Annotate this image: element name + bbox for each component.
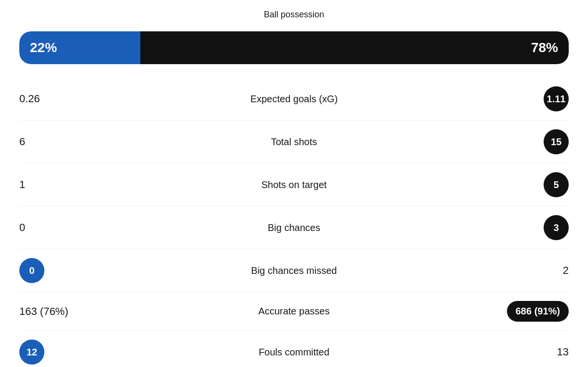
possession-right-bar: 78% [140, 31, 569, 64]
stat-right-value: 3 [492, 215, 569, 240]
stat-right-value: 15 [492, 129, 569, 154]
stat-right-value: 13 [492, 346, 569, 358]
possession-left-bar: 22% [19, 31, 140, 64]
stat-left-badge: 0 [19, 258, 44, 283]
stat-right-badge: 15 [544, 129, 569, 154]
stat-right-badge-wide: 686 (91%) [507, 301, 569, 322]
stats-table: 0.26Expected goals (xG)1.116Total shots1… [19, 78, 569, 367]
stat-left-value: 0 [19, 221, 96, 234]
stat-right-value: 1.11 [492, 86, 569, 111]
stat-label: Big chances missed [96, 265, 492, 276]
stat-right-value: 5 [492, 172, 569, 197]
possession-right-value: 78% [531, 40, 558, 55]
stat-right-value: 2 [492, 264, 569, 277]
stat-right-badge: 5 [544, 172, 569, 197]
stat-left-value: 12 [19, 340, 96, 365]
stat-row: 0.26Expected goals (xG)1.11 [19, 78, 569, 121]
stat-row: 163 (76%)Accurate passes686 (91%) [19, 292, 569, 331]
stat-left-value: 0.26 [19, 93, 96, 105]
stat-label: Fouls committed [96, 347, 492, 358]
stat-row: 6Total shots15 [19, 121, 569, 163]
possession-bar: 22% 78% [19, 31, 569, 64]
stat-left-value: 0 [19, 258, 96, 283]
stat-row: 0Big chances missed2 [19, 249, 569, 292]
stat-row: 12Fouls committed13 [19, 331, 569, 367]
stat-label: Shots on target [96, 179, 492, 190]
stat-label: Big chances [96, 222, 492, 233]
stat-label: Accurate passes [96, 306, 492, 317]
stat-label: Total shots [96, 136, 492, 148]
stat-left-value: 163 (76%) [19, 305, 96, 318]
stat-row: 1Shots on target5 [19, 163, 569, 206]
stat-right-value: 686 (91%) [492, 301, 569, 322]
stat-left-value: 6 [19, 136, 96, 148]
stat-right-badge: 1.11 [544, 86, 569, 111]
stat-row: 0Big chances3 [19, 206, 569, 249]
possession-left-value: 22% [30, 40, 57, 55]
stat-left-value: 1 [19, 178, 96, 191]
page-title: Ball possession [264, 10, 324, 20]
stat-right-badge: 3 [544, 215, 569, 240]
stat-left-badge: 12 [19, 340, 44, 365]
stat-label: Expected goals (xG) [96, 94, 492, 105]
